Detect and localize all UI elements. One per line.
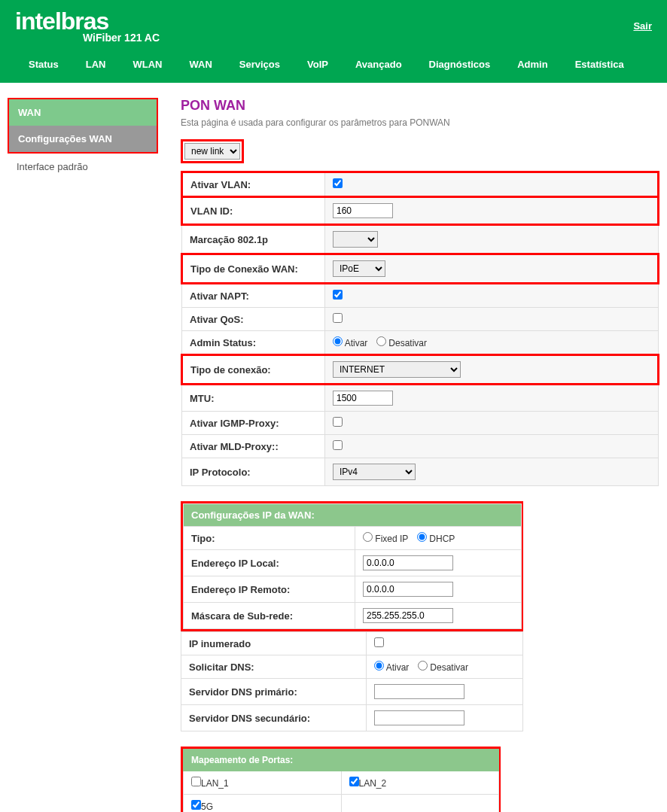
label-admin-status: Admin Status: <box>182 331 325 355</box>
label-mask: Máscara de Sub-rede: <box>184 603 355 629</box>
label-ip-proto: IP Protocolo: <box>182 458 325 486</box>
sidebar-item-config-wan[interactable]: Configurações WAN <box>9 126 157 152</box>
dns-ativar-radio[interactable] <box>374 661 384 671</box>
dns2-input[interactable] <box>374 710 464 725</box>
nav-estatística[interactable]: Estatística <box>562 55 638 74</box>
dns-desativar-radio[interactable] <box>418 661 428 671</box>
page-desc: Esta página é usada para configurar os p… <box>181 117 659 128</box>
sidebar-item-interface[interactable]: Interface padrão <box>8 154 158 180</box>
nav-voip[interactable]: VoIP <box>294 55 342 74</box>
label-marcacao: Marcação 802.1p <box>182 225 325 254</box>
ipwan-header: Configurações IP da WAN: <box>184 504 522 527</box>
nav-diagnósticos[interactable]: Diagnósticos <box>416 55 504 74</box>
label-local-ip: Endereço IP Local: <box>184 550 355 576</box>
qos-checkbox[interactable] <box>333 313 343 323</box>
napt-checkbox[interactable] <box>333 290 343 300</box>
label-ativar-vlan: Ativar VLAN: <box>182 172 325 197</box>
exit-link[interactable]: Sair <box>633 20 652 32</box>
label-tipo-conexao: Tipo de conexão: <box>182 355 325 385</box>
port-label: LAN_1 <box>201 778 229 789</box>
label-ip-inum: IP inumerado <box>181 632 367 655</box>
fixed-ip-radio[interactable] <box>363 532 373 542</box>
ip-proto-select[interactable]: IPv4 <box>333 464 416 480</box>
mtu-input[interactable] <box>333 391 393 406</box>
port-LAN_1-checkbox[interactable] <box>191 777 201 786</box>
label-napt: Ativar NAPT: <box>182 284 325 308</box>
page-title: PON WAN <box>181 98 659 114</box>
nav-admin[interactable]: Admin <box>504 55 561 74</box>
nav-status[interactable]: Status <box>15 55 72 74</box>
port-5G-checkbox[interactable] <box>191 800 201 810</box>
mld-checkbox[interactable] <box>333 440 343 450</box>
igmp-checkbox[interactable] <box>333 417 343 427</box>
tipo-wan-select[interactable]: IPoE <box>333 260 385 277</box>
ports-header: Mapeamento de Portas: <box>184 750 499 771</box>
nav-lan[interactable]: LAN <box>72 55 120 74</box>
nav-wlan[interactable]: WLAN <box>119 55 175 74</box>
label-qos: Ativar QoS: <box>182 308 325 331</box>
label-tipo-wan: Tipo de Conexão WAN: <box>182 254 325 284</box>
port-label: LAN_2 <box>359 778 387 789</box>
dhcp-radio[interactable] <box>417 532 427 542</box>
link-select[interactable]: new link <box>184 143 240 160</box>
label-tipo-ip: Tipo: <box>184 527 355 550</box>
port-label: 5G <box>201 801 213 812</box>
nav-serviços[interactable]: Serviços <box>226 55 294 74</box>
model-subtitle: WiFiber 121 AC <box>83 32 160 44</box>
dns1-input[interactable] <box>374 684 464 699</box>
marcacao-select[interactable] <box>333 231 378 248</box>
label-dns1: Servidor DNS primário: <box>181 679 367 705</box>
sidebar-section-wan[interactable]: WAN <box>9 99 157 126</box>
label-remote-ip: Endereço IP Remoto: <box>184 576 355 603</box>
label-mtu: MTU: <box>182 385 325 412</box>
label-igmp: Ativar IGMP-Proxy: <box>182 412 325 435</box>
nav-avançado[interactable]: Avançado <box>342 55 416 74</box>
admin-desativar-radio[interactable] <box>376 336 386 346</box>
mask-input[interactable] <box>363 608 453 623</box>
label-mld: Ativar MLD-Proxy:: <box>182 435 325 458</box>
main-nav: StatusLANWLANWANServiçosVoIPAvançadoDiag… <box>15 55 652 83</box>
label-dns2: Servidor DNS secundário: <box>181 705 367 731</box>
port-LAN_2-checkbox[interactable] <box>349 777 359 786</box>
label-vlan-id: VLAN ID: <box>182 197 325 225</box>
ip-inum-checkbox[interactable] <box>374 637 384 647</box>
remote-ip-input[interactable] <box>363 582 453 597</box>
vlan-id-input[interactable] <box>333 203 393 218</box>
label-dns-req: Solicitar DNS: <box>181 655 367 679</box>
admin-ativar-radio[interactable] <box>333 336 343 346</box>
tipo-conexao-select[interactable]: INTERNET <box>333 361 461 378</box>
sidebar: WAN Configurações WAN Interface padrão <box>8 98 158 812</box>
ativar-vlan-checkbox[interactable] <box>333 178 343 188</box>
local-ip-input[interactable] <box>363 555 453 570</box>
nav-wan[interactable]: WAN <box>175 55 225 74</box>
